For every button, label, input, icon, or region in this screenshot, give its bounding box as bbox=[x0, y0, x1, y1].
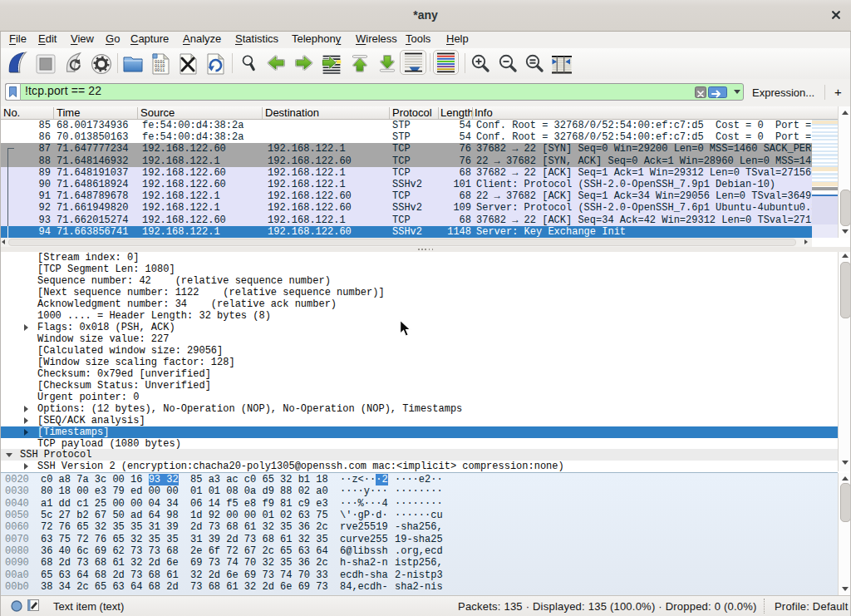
svg-text:0011: 0011 bbox=[155, 68, 165, 73]
